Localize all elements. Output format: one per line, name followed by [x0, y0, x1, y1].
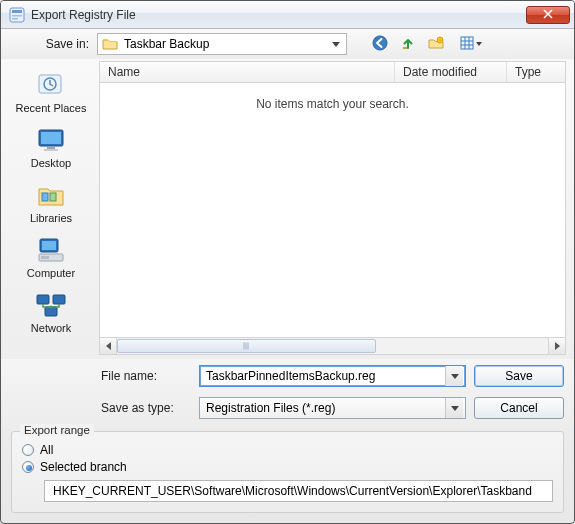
computer-icon — [33, 234, 69, 266]
up-arrow-icon — [400, 35, 416, 54]
savein-toolbar: Save in: Taskbar Backup — [1, 29, 574, 59]
sidebar-item-desktop[interactable]: Desktop — [7, 120, 95, 171]
up-one-level-button[interactable] — [397, 33, 419, 55]
chevron-down-icon — [451, 374, 459, 379]
libraries-icon — [33, 179, 69, 211]
file-list-body[interactable]: No items match your search. — [99, 83, 566, 338]
filename-label: File name: — [101, 369, 191, 383]
filename-input[interactable] — [206, 369, 445, 383]
toolbar-buttons — [369, 33, 483, 55]
empty-list-message: No items match your search. — [100, 83, 565, 111]
column-header-date[interactable]: Date modified — [395, 62, 507, 82]
recent-places-icon — [33, 69, 69, 101]
scroll-thumb[interactable] — [117, 339, 376, 353]
file-fields-area: File name: Save Save as type: Registrati… — [1, 359, 574, 429]
svg-rect-23 — [37, 295, 49, 304]
column-header-name[interactable]: Name — [100, 62, 395, 82]
svg-point-26 — [50, 306, 53, 309]
sidebar-item-libraries[interactable]: Libraries — [7, 175, 95, 226]
radio-icon — [22, 461, 34, 473]
savetype-value: Registration Files (*.reg) — [206, 401, 445, 415]
filename-dropdown-button[interactable] — [445, 366, 463, 386]
svg-rect-3 — [12, 18, 18, 20]
cancel-button[interactable]: Cancel — [474, 397, 564, 419]
svg-rect-24 — [53, 295, 65, 304]
savein-combo[interactable]: Taskbar Backup — [97, 33, 347, 55]
list-header: Name Date modified Type — [99, 61, 566, 83]
svg-rect-17 — [42, 193, 48, 201]
savetype-combo[interactable]: Registration Files (*.reg) — [199, 397, 466, 419]
titlebar: Export Registry File — [1, 1, 574, 29]
radio-all-label: All — [40, 443, 53, 457]
svg-rect-6 — [461, 37, 473, 49]
view-menu-icon — [460, 35, 476, 54]
file-list-pane: Name Date modified Type No items match y… — [99, 61, 566, 355]
main-area: Recent Places Desktop Libraries Computer — [1, 59, 574, 359]
svg-rect-1 — [12, 10, 22, 13]
savein-dropdown-arrow[interactable] — [328, 42, 344, 47]
savein-label: Save in: — [11, 37, 97, 51]
svg-rect-16 — [44, 149, 58, 151]
scroll-left-button[interactable] — [100, 338, 117, 354]
triangle-right-icon — [555, 342, 560, 350]
chevron-down-icon — [451, 406, 459, 411]
radio-selected-branch[interactable]: Selected branch — [22, 460, 553, 474]
svg-rect-18 — [50, 193, 56, 201]
sidebar-item-label: Desktop — [31, 157, 71, 169]
scroll-track[interactable] — [117, 338, 548, 354]
savetype-label: Save as type: — [101, 401, 191, 415]
radio-selected-label: Selected branch — [40, 460, 127, 474]
svg-rect-15 — [47, 147, 55, 149]
export-registry-dialog: Export Registry File Save in: Taskbar Ba… — [0, 0, 575, 524]
radio-icon — [22, 444, 34, 456]
new-folder-button[interactable] — [425, 33, 447, 55]
chevron-down-icon — [332, 42, 340, 47]
scroll-right-button[interactable] — [548, 338, 565, 354]
network-icon — [33, 289, 69, 321]
new-folder-icon — [428, 35, 444, 54]
svg-rect-20 — [42, 241, 56, 250]
svg-rect-14 — [41, 132, 61, 144]
sidebar-item-computer[interactable]: Computer — [7, 230, 95, 281]
svg-rect-22 — [41, 256, 49, 259]
close-icon — [543, 8, 553, 22]
sidebar-item-recent[interactable]: Recent Places — [7, 65, 95, 116]
desktop-icon — [33, 124, 69, 156]
savetype-dropdown-button[interactable] — [445, 398, 463, 418]
export-range-legend: Export range — [20, 424, 94, 436]
horizontal-scrollbar[interactable] — [99, 338, 566, 355]
back-icon — [372, 35, 388, 54]
branch-path-input[interactable] — [51, 483, 546, 499]
sidebar-item-label: Network — [31, 322, 71, 334]
chevron-down-icon — [476, 42, 482, 46]
close-button[interactable] — [526, 6, 570, 24]
column-header-type[interactable]: Type — [507, 62, 565, 82]
sidebar-item-label: Computer — [27, 267, 75, 279]
sidebar-item-network[interactable]: Network — [7, 285, 95, 336]
view-menu-button[interactable] — [453, 33, 483, 55]
filename-combo[interactable] — [199, 365, 466, 387]
branch-path-field[interactable] — [44, 480, 553, 502]
radio-all[interactable]: All — [22, 443, 553, 457]
export-range-group: Export range All Selected branch — [11, 431, 564, 513]
window-title: Export Registry File — [31, 8, 526, 22]
svg-point-4 — [373, 36, 387, 50]
save-button[interactable]: Save — [474, 365, 564, 387]
folder-icon — [102, 36, 118, 52]
svg-rect-2 — [12, 15, 22, 17]
sidebar-item-label: Libraries — [30, 212, 72, 224]
app-icon — [9, 7, 25, 23]
savein-value: Taskbar Backup — [124, 37, 328, 51]
back-button[interactable] — [369, 33, 391, 55]
places-sidebar: Recent Places Desktop Libraries Computer — [3, 61, 99, 355]
sidebar-item-label: Recent Places — [16, 102, 87, 114]
triangle-left-icon — [106, 342, 111, 350]
